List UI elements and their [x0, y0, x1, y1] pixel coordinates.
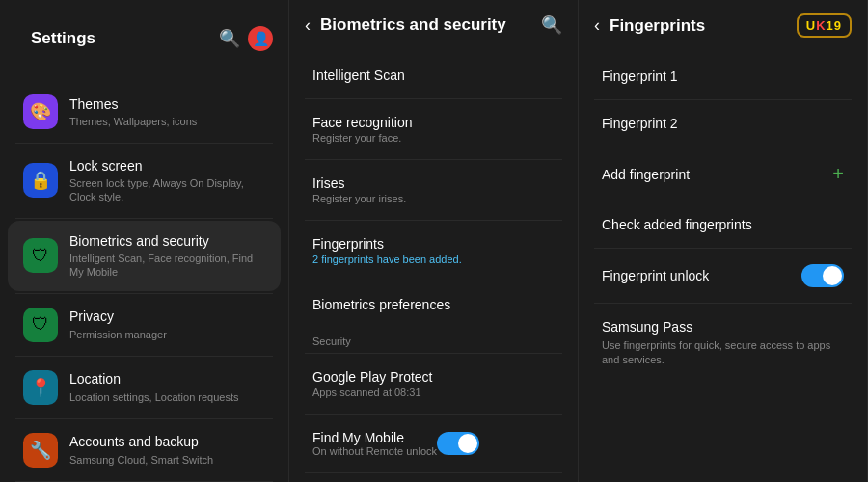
back-icon[interactable]: ‹	[305, 15, 311, 36]
face-recognition-sub: Register your face.	[312, 132, 555, 144]
security-update-item[interactable]: Security update 1 September 2020	[289, 475, 578, 482]
fp-divider-5	[594, 303, 852, 304]
location-subtitle: Location settings, Location requests	[69, 390, 265, 404]
divider-6	[305, 414, 562, 415]
header-right: UK19	[791, 13, 852, 38]
add-fingerprint-item[interactable]: Add fingerprint +	[579, 149, 867, 199]
fingerprints-panel: ‹ Fingerprints UK19 Fingerprint 1 Finger…	[579, 0, 868, 482]
lock-screen-icon: 🔒	[23, 163, 58, 198]
privacy-title: Privacy	[69, 308, 265, 325]
divider-3	[305, 220, 562, 221]
intelligent-scan-item[interactable]: Intelligent Scan	[289, 54, 578, 96]
fp-divider-1	[594, 99, 852, 100]
biometrics-search-icon[interactable]: 🔍	[541, 14, 562, 36]
fingerprints-header: ‹ Fingerprints UK19	[579, 0, 867, 51]
samsung-pass-title: Samsung Pass	[602, 319, 844, 335]
biometrics-list: Intelligent Scan Face recognition Regist…	[289, 50, 578, 482]
fingerprints-sub: 2 fingerprints have been added.	[312, 254, 555, 265]
settings-divider-5	[15, 481, 273, 482]
settings-divider-4	[15, 418, 273, 419]
settings-title: Settings	[15, 13, 207, 64]
settings-panel: Settings 🔍 👤 🎨ThemesThemes, Wallpapers, …	[0, 0, 289, 482]
google-play-protect-item[interactable]: Google Play Protect Apps scanned at 08:3…	[289, 356, 578, 412]
privacy-subtitle: Permission manager	[69, 328, 265, 341]
security-section-label: Security	[289, 326, 578, 351]
settings-divider-2	[15, 293, 273, 294]
samsung-pass-desc: Use fingerprints for quick, secure acces…	[602, 338, 844, 368]
divider-5	[305, 353, 562, 354]
themes-icon: 🎨	[23, 94, 58, 129]
settings-item-biometrics[interactable]: 🛡Biometrics and securityIntelligent Scan…	[8, 221, 281, 291]
biometrics-icon: 🛡	[23, 238, 58, 273]
lock-screen-subtitle: Screen lock type, Always On Display, Clo…	[69, 176, 265, 204]
fingerprints-item[interactable]: Fingerprints 2 fingerprints have been ad…	[289, 223, 578, 279]
fp-back-icon[interactable]: ‹	[594, 15, 600, 36]
fingerprint-unlock-item[interactable]: Fingerprint unlock	[579, 251, 867, 301]
location-title: Location	[69, 370, 265, 388]
profile-icon[interactable]: 👤	[248, 26, 273, 51]
find-my-mobile-title: Find My Mobile	[312, 430, 437, 445]
fingerprints-list: Fingerprint 1 Fingerprint 2 Add fingerpr…	[579, 51, 867, 482]
divider-4	[305, 281, 562, 281]
settings-item-themes[interactable]: 🎨ThemesThemes, Wallpapers, icons	[8, 83, 281, 141]
fingerprint-2-item[interactable]: Fingerprint 2	[579, 102, 867, 145]
biometrics-header: ‹ Biometrics and security 🔍	[289, 0, 578, 50]
biometrics-title: Biometrics and security	[320, 15, 529, 35]
fingerprint-unlock-toggle[interactable]	[801, 264, 844, 287]
settings-list: 🎨ThemesThemes, Wallpapers, icons🔒Lock sc…	[0, 77, 288, 482]
face-recognition-item[interactable]: Face recognition Register your face.	[289, 101, 578, 157]
find-my-mobile-toggle[interactable]	[437, 432, 479, 455]
lock-screen-title: Lock screen	[69, 157, 265, 174]
add-fingerprint-icon: +	[832, 163, 844, 185]
face-recognition-title: Face recognition	[312, 115, 555, 130]
accounts-icon: 🔧	[23, 433, 58, 468]
intelligent-scan-title: Intelligent Scan	[312, 67, 555, 83]
fingerprint-1-item[interactable]: Fingerprint 1	[579, 55, 867, 97]
add-fingerprint-label: Add fingerprint	[602, 167, 832, 182]
fingerprint-unlock-label: Fingerprint unlock	[602, 268, 801, 283]
fp-divider-3	[594, 201, 852, 201]
irises-title: Irises	[312, 175, 555, 191]
accounts-subtitle: Samsung Cloud, Smart Switch	[69, 453, 265, 467]
fp-divider-2	[594, 147, 852, 147]
divider-7	[305, 472, 562, 473]
irises-item[interactable]: Irises Register your irises.	[289, 162, 578, 218]
fingerprint-2-name: Fingerprint 2	[602, 116, 844, 131]
divider-1	[305, 98, 562, 99]
find-my-mobile-sub: On without Remote unlock	[312, 445, 437, 457]
samsung-pass-item[interactable]: Samsung Pass Use fingerprints for quick,…	[579, 306, 867, 382]
privacy-icon: 🛡	[23, 308, 58, 342]
fp-divider-4	[594, 248, 852, 249]
biometrics-title: Biometrics and security	[69, 232, 265, 250]
themes-title: Themes	[69, 95, 265, 113]
settings-divider-0	[15, 143, 273, 144]
accounts-title: Accounts and backup	[69, 433, 265, 450]
fingerprint-1-name: Fingerprint 1	[602, 68, 844, 84]
logo-badge: UK19	[797, 13, 852, 38]
fingerprints-title: Fingerprints	[312, 236, 555, 252]
find-my-mobile-item[interactable]: Find My Mobile On without Remote unlock	[289, 416, 578, 470]
check-fingerprints-label: Check added fingerprints	[602, 217, 844, 232]
settings-header: Settings 🔍 👤	[0, 0, 288, 77]
fingerprints-title: Fingerprints	[610, 16, 791, 36]
search-icon[interactable]: 🔍	[219, 28, 240, 49]
biometrics-panel: ‹ Biometrics and security 🔍 Intelligent …	[289, 0, 579, 482]
biometrics-prefs-item[interactable]: Biometrics preferences	[289, 283, 578, 326]
google-play-protect-title: Google Play Protect	[312, 369, 555, 385]
irises-sub: Register your irises.	[312, 193, 555, 204]
biometrics-prefs-title: Biometrics preferences	[312, 297, 555, 312]
biometrics-subtitle: Intelligent Scan, Face recognition, Find…	[69, 252, 265, 280]
settings-item-location[interactable]: 📍LocationLocation settings, Location req…	[8, 359, 281, 416]
themes-subtitle: Themes, Wallpapers, icons	[69, 115, 265, 128]
google-play-protect-sub: Apps scanned at 08:31	[312, 387, 555, 398]
settings-item-accounts[interactable]: 🔧Accounts and backupSamsung Cloud, Smart…	[8, 421, 281, 479]
divider-2	[305, 159, 562, 160]
settings-item-privacy[interactable]: 🛡PrivacyPermission manager	[8, 296, 281, 354]
settings-divider-3	[15, 356, 273, 357]
settings-item-lock-screen[interactable]: 🔒Lock screenScreen lock type, Always On …	[8, 146, 281, 216]
location-icon: 📍	[23, 370, 58, 405]
check-fingerprints-item[interactable]: Check added fingerprints	[579, 203, 867, 246]
settings-divider-1	[15, 218, 273, 219]
